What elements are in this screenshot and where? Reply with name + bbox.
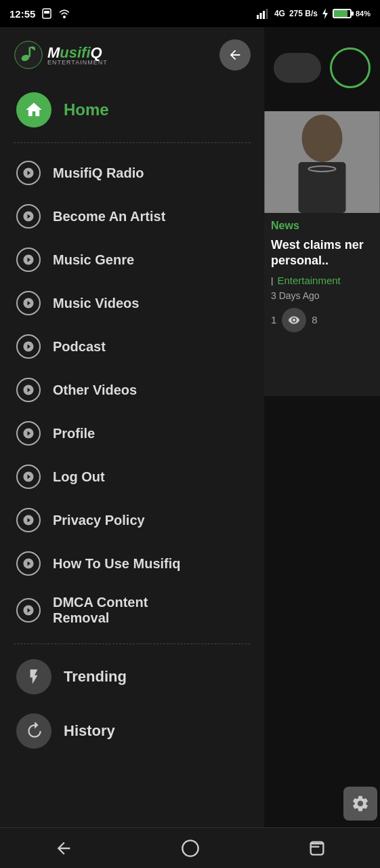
nav-label-profile: Profile [53,426,95,441]
sidebar-header: MusifiQ ENTERTAINMENT [0,27,264,77]
news-badge: News [264,213,380,235]
back-arrow-icon [228,47,242,62]
arrow-circle-icon-other [16,378,41,402]
nav-label-genre: Music Genre [53,252,134,268]
sidebar-item-profile[interactable]: Profile [0,412,264,455]
nav-back-button[interactable] [50,835,77,862]
status-right: 4G 275 B/s 84% [257,8,371,19]
sidebar-item-music-videos[interactable]: Music Videos [0,281,264,325]
sidebar-item-trending[interactable]: Trending [0,650,264,704]
sidebar-item-history[interactable]: History [0,704,264,758]
svg-rect-1 [44,11,49,14]
nav-label-other-videos: Other Videos [53,382,137,398]
eye-icon-circle [282,308,306,332]
arrow-right-icon-5 [22,340,35,353]
pipe-separator: | [271,275,273,285]
arrow-right-icon-8 [22,471,35,483]
news-stats: 1 8 [264,302,380,338]
svg-rect-4 [259,13,261,19]
sidebar-item-become-artist[interactable]: Become An Artist [0,195,264,238]
news-thumbnail [264,111,380,213]
app-logo-icon [14,40,43,70]
news-time: 3 Days Ago [264,289,380,302]
network-type: 4G [274,9,285,18]
arrow-circle-icon-radio [16,161,41,185]
arrow-right-icon-4 [22,297,35,309]
signal-icon [257,8,270,19]
nav-label-logout: Log Out [53,469,105,485]
nav-home-icon [181,839,200,858]
sidebar-item-music-genre[interactable]: Music Genre [0,238,264,281]
divider-bottom [14,644,251,644]
nav-recents-button[interactable] [303,835,331,862]
svg-point-2 [63,16,66,18]
history-label: History [64,722,115,740]
sidebar-item-other-videos[interactable]: Other Videos [0,368,264,412]
nav-list: MusifiQ Radio Become An Artist Music Gen… [0,149,264,638]
eye-icon [288,314,300,326]
arrow-circle-icon-howto [16,551,41,576]
arrow-circle-icon-videos [16,291,41,315]
gear-icon [351,794,370,813]
arrow-circle-icon-podcast [16,334,41,359]
history-icon [25,722,43,740]
svg-rect-5 [263,11,265,19]
sidebar-item-dmca[interactable]: DMCA Content Removal [0,585,264,635]
green-circle-indicator [330,47,371,88]
battery-pct: 84% [356,9,371,18]
home-label: Home [64,100,109,119]
nav-label-howto: How To Use Musifiq [53,556,181,572]
nav-label-privacy: Privacy Policy [53,513,145,528]
arrow-circle-icon-artist [16,204,41,229]
time-display: 12:55 [9,8,35,20]
person-image [264,111,380,213]
trending-label: Trending [64,668,127,686]
news-category-row: | Entertainment [264,272,380,289]
settings-fab-button[interactable] [343,787,377,821]
main-container: MusifiQ ENTERTAINMENT Home [0,27,380,868]
news-card: News West claims ner personal.. | Entert… [264,111,380,396]
nav-label-radio: MusifiQ Radio [53,165,144,181]
status-bar: 12:55 4G 275 B/s 84% [0,0,380,27]
sim-icon [41,7,53,20]
news-views: 1 [271,314,276,326]
dark-pill-shape [274,53,321,83]
bottom-nav: Trending History [0,650,264,758]
sidebar-item-logout[interactable]: Log Out [0,455,264,498]
svg-point-14 [182,840,198,856]
back-drawer-button[interactable] [219,39,251,71]
home-icon-circle [16,92,51,127]
sidebar-item-musifiq-radio[interactable]: MusifiQ Radio [0,151,264,195]
nav-label-dmca-wrap: DMCA Content Removal [53,595,148,626]
sidebar-item-home[interactable]: Home [0,83,264,137]
nav-home-button[interactable] [177,835,204,862]
svg-rect-6 [266,9,268,19]
bottom-nav-bar [0,827,380,868]
arrow-circle-icon-logout [16,465,41,489]
arrow-right-icon [22,167,35,179]
history-icon-circle [16,713,51,749]
news-comments: 8 [312,314,317,326]
sidebar-item-podcast[interactable]: Podcast [0,325,264,368]
right-top-area [264,27,380,108]
speed-display: 275 B/s [289,9,318,18]
sidebar: MusifiQ ENTERTAINMENT Home [0,27,264,868]
sidebar-item-privacy[interactable]: Privacy Policy [0,498,264,542]
arrow-right-icon-10 [22,557,35,570]
arrow-right-icon-2 [22,210,35,222]
arrow-circle-icon-profile [16,421,41,446]
bolt-icon [25,668,43,686]
arrow-right-icon-9 [22,514,35,526]
status-left: 12:55 [9,7,70,20]
sidebar-item-how-to-use[interactable]: How To Use Musifiq [0,542,264,585]
divider-top [14,142,251,143]
arrow-right-icon-7 [22,427,35,439]
logo-subtitle: ENTERTAINMENT [47,59,108,66]
svg-rect-12 [299,162,346,213]
arrow-circle-icon-genre [16,248,41,272]
nav-label-music-videos: Music Videos [53,296,139,311]
svg-point-7 [15,41,42,68]
nav-back-icon [54,839,73,858]
svg-point-11 [302,115,343,162]
logo-container: MusifiQ ENTERTAINMENT [14,40,108,70]
